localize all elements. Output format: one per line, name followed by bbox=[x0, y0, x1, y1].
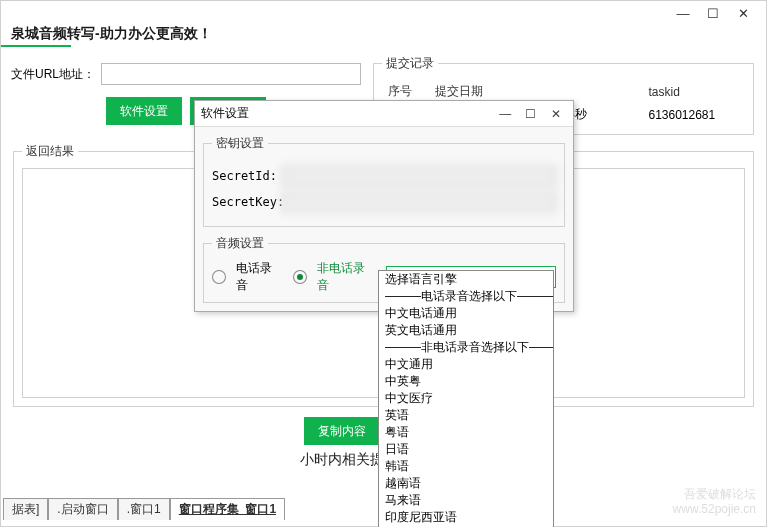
watermark-line1: 吾爱破解论坛 bbox=[673, 487, 756, 501]
tab-start-window[interactable]: .启动窗口 bbox=[48, 498, 117, 520]
radio-nonphone[interactable] bbox=[293, 270, 307, 284]
dropdown-item[interactable]: 选择语言引擎 bbox=[379, 271, 553, 288]
dropdown-item[interactable]: 日语 bbox=[379, 441, 553, 458]
url-label: 文件URL地址： bbox=[11, 66, 95, 83]
app-title: 泉城音频转写-助力办公更高效！ bbox=[1, 25, 766, 45]
url-input[interactable] bbox=[101, 63, 361, 85]
watermark-line2: www.52pojie.cn bbox=[673, 502, 756, 516]
copy-content-button[interactable]: 复制内容 bbox=[304, 417, 380, 445]
dialog-maximize-icon[interactable]: ☐ bbox=[520, 107, 542, 121]
submit-records-legend: 提交记录 bbox=[382, 55, 438, 72]
audio-settings-legend: 音频设置 bbox=[212, 235, 268, 252]
key-settings-legend: 密钥设置 bbox=[212, 135, 268, 152]
tab-data-table[interactable]: 据表] bbox=[3, 498, 48, 520]
dropdown-item[interactable]: 英文电话通用 bbox=[379, 322, 553, 339]
dialog-title: 软件设置 bbox=[201, 105, 249, 122]
col-taskid: taskid bbox=[642, 80, 745, 103]
secret-key-label: SecretKey: bbox=[212, 195, 278, 209]
bottom-tabs: 据表] .启动窗口 .窗口1 窗口程序集_窗口1 bbox=[3, 498, 285, 520]
dropdown-item[interactable]: 印度尼西亚语 bbox=[379, 509, 553, 526]
result-legend: 返回结果 bbox=[22, 143, 78, 160]
dropdown-item[interactable]: 英语 bbox=[379, 407, 553, 424]
secret-key-input[interactable] bbox=[282, 192, 556, 212]
dialog-minimize-icon[interactable]: — bbox=[494, 107, 516, 121]
cell-taskid: 6136012681 bbox=[642, 103, 745, 126]
software-settings-button[interactable]: 软件设置 bbox=[106, 97, 182, 125]
maximize-icon[interactable]: ☐ bbox=[698, 6, 728, 21]
minimize-icon[interactable]: — bbox=[668, 6, 698, 21]
close-icon[interactable]: ✕ bbox=[728, 6, 758, 21]
radio-phone-label: 电话录音 bbox=[236, 260, 283, 294]
dropdown-item[interactable]: 中文电话通用 bbox=[379, 305, 553, 322]
dropdown-item[interactable]: ———电话录音选择以下——— bbox=[379, 288, 553, 305]
watermark: 吾爱破解论坛 www.52pojie.cn bbox=[673, 487, 756, 516]
main-titlebar: — ☐ ✕ bbox=[1, 1, 766, 25]
dropdown-item[interactable]: 越南语 bbox=[379, 475, 553, 492]
dropdown-item[interactable]: ———非电话录音选择以下——— bbox=[379, 339, 553, 356]
dialog-close-icon[interactable]: ✕ bbox=[545, 107, 567, 121]
radio-phone[interactable] bbox=[212, 270, 226, 284]
dropdown-item[interactable]: 粤语 bbox=[379, 424, 553, 441]
secret-id-label: SecretId: bbox=[212, 169, 278, 183]
title-underline bbox=[1, 45, 71, 47]
dropdown-item[interactable]: 中文通用 bbox=[379, 356, 553, 373]
radio-nonphone-label: 非电话录音 bbox=[317, 260, 376, 294]
dropdown-item[interactable]: 中文医疗 bbox=[379, 390, 553, 407]
dropdown-item[interactable]: 马来语 bbox=[379, 492, 553, 509]
key-settings-group: 密钥设置 SecretId: SecretKey: bbox=[203, 135, 565, 227]
tab-window-proc[interactable]: 窗口程序集_窗口1 bbox=[170, 498, 285, 520]
language-dropdown[interactable]: 选择语言引擎———电话录音选择以下———中文电话通用英文电话通用———非电话录音… bbox=[378, 270, 554, 527]
dropdown-item[interactable]: 中英粤 bbox=[379, 373, 553, 390]
dropdown-item[interactable]: 韩语 bbox=[379, 458, 553, 475]
tab-window1[interactable]: .窗口1 bbox=[118, 498, 170, 520]
secret-id-input[interactable] bbox=[282, 166, 556, 186]
